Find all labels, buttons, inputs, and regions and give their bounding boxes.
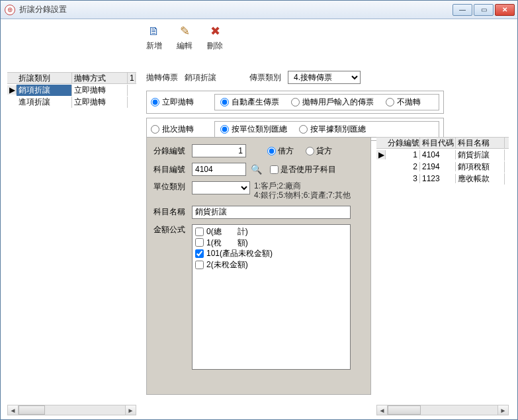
amount-formula-label: 金額公式 xyxy=(153,224,188,235)
radio-user-voucher[interactable]: 拋轉用戶輸入的傳票 xyxy=(291,97,374,108)
radio-batch-transfer[interactable]: 批次拋轉 xyxy=(151,124,194,135)
left-col-mode: 拋轉方式 xyxy=(72,73,128,84)
minimize-button[interactable]: — xyxy=(453,4,472,16)
radio-debit[interactable]: 借方 xyxy=(267,146,294,157)
config-row-1: 立即拋轉 自動產生傳票 拋轉用戶輸入的傳票 不拋轉 xyxy=(146,91,444,114)
new-label: 新增 xyxy=(146,40,162,52)
right-col-code: 科目代碼 xyxy=(420,138,456,149)
unit-type-hints: 1:客戶;2:廠商 4:銀行;5:物料;6:資產;7:其他 xyxy=(254,181,351,200)
left-hscrollbar[interactable]: ◄ ► xyxy=(7,405,136,415)
config-row2-subbox: 按單位類別匯總 按單據類別匯總 xyxy=(214,121,439,138)
table-row[interactable]: ▶14104銷貨折讓 xyxy=(376,149,509,161)
delete-x-icon: ✖ xyxy=(207,23,223,39)
app-icon: ⊕ xyxy=(5,5,15,15)
scroll-right-icon[interactable]: ► xyxy=(125,405,136,415)
maximize-button[interactable]: ▭ xyxy=(474,4,494,16)
amount-option[interactable]: 1(稅 額) xyxy=(195,237,347,249)
left-col-hint: 1 xyxy=(128,73,136,83)
toolbar: 🗎 新增 ✎ 編輯 ✖ 刪除 xyxy=(146,23,223,52)
app-window: ⊕ 折讓分錄設置 — ▭ ✕ 🗎 新增 ✎ 編輯 ✖ 刪除 xyxy=(0,0,518,420)
edit-label: 編輯 xyxy=(177,40,193,52)
table-row[interactable]: ▶銷項折讓立即拋轉 xyxy=(7,84,136,96)
subject-no-input[interactable] xyxy=(192,163,246,176)
right-col-entryno: 分錄編號 xyxy=(386,138,420,149)
radio-credit[interactable]: 貸方 xyxy=(306,146,332,157)
search-icon[interactable]: 🔍 xyxy=(250,163,262,175)
unit-type-label: 單位類別 xyxy=(153,181,188,192)
entry-no-label: 分錄編號 xyxy=(153,146,188,157)
table-row[interactable]: 進項折讓立即拋轉 xyxy=(7,96,136,108)
scroll-right-icon[interactable]: ► xyxy=(497,405,508,415)
subject-no-label: 科目編號 xyxy=(153,164,188,175)
file-new-icon: 🗎 xyxy=(146,23,162,39)
table-row[interactable]: 22194銷項稅額 xyxy=(376,161,509,173)
delete-button[interactable]: ✖ 刪除 xyxy=(207,23,223,52)
transfer-voucher-label: 拋轉傳票 xyxy=(146,72,178,83)
voucher-type-select[interactable]: 4.接轉傳票 xyxy=(288,71,361,84)
right-hscrollbar[interactable]: ◄ ► xyxy=(376,405,509,415)
voucher-type-label: 傳票類別 xyxy=(249,72,281,83)
radio-immediate-transfer[interactable]: 立即拋轉 xyxy=(151,97,194,108)
left-category-grid[interactable]: 折讓類別 拋轉方式 1 ▶銷項折讓立即拋轉進項折讓立即拋轉 xyxy=(7,72,136,416)
config-row1-subbox: 自動產生傳票 拋轉用戶輸入的傳票 不拋轉 xyxy=(214,94,439,110)
titlebar: ⊕ 折讓分錄設置 — ▭ ✕ xyxy=(1,1,517,19)
window-title: 折讓分錄設置 xyxy=(19,4,453,15)
new-button[interactable]: 🗎 新增 xyxy=(146,23,162,52)
config-panel: 拋轉傳票 銷項折讓 傳票類別 4.接轉傳票 立即拋轉 自動產生傳票 拋轉用戶輸入… xyxy=(146,71,444,145)
check-use-subaccount[interactable]: 是否使用子科目 xyxy=(270,164,336,175)
delete-label: 刪除 xyxy=(207,40,223,52)
amount-option[interactable]: 0(總 計) xyxy=(195,226,347,237)
subject-name-input[interactable] xyxy=(192,206,351,219)
close-button[interactable]: ✕ xyxy=(495,4,515,16)
right-col-name: 科目名稱 xyxy=(456,138,505,149)
left-grid-header: 折讓類別 拋轉方式 1 xyxy=(7,72,136,84)
amount-option[interactable]: 101(產品未稅金額) xyxy=(195,248,347,259)
amount-formula-list[interactable]: 0(總 計) 1(稅 額) 101(產品未稅金額) 2(未稅金額) xyxy=(192,224,351,370)
left-col-category: 折讓類別 xyxy=(17,73,72,84)
radio-no-transfer[interactable]: 不拋轉 xyxy=(386,97,421,108)
edit-button[interactable]: ✎ 編輯 xyxy=(177,23,193,52)
right-entry-grid[interactable]: 分錄編號 科目代碼 科目名稱 ▶14104銷貨折讓22194銷項稅額31123應… xyxy=(376,137,509,395)
client-area: 🗎 新增 ✎ 編輯 ✖ 刪除 折讓類別 拋轉方式 1 ▶銷項折讓立即拋轉進項折讓… xyxy=(1,19,517,419)
subject-name-label: 科目名稱 xyxy=(153,206,188,218)
pencil-icon: ✎ xyxy=(177,23,193,39)
scroll-left-icon[interactable]: ◄ xyxy=(8,405,19,415)
transfer-voucher-value: 銷項折讓 xyxy=(185,72,216,83)
table-row[interactable]: 31123應收帳款 xyxy=(376,173,509,185)
amount-option[interactable]: 2(未稅金額) xyxy=(195,259,347,271)
unit-type-select[interactable] xyxy=(192,181,250,194)
entry-form: 分錄編號 借方 貸方 科目編號 🔍 是否使用子科目 單位類別 xyxy=(146,137,371,395)
radio-sum-by-unit[interactable]: 按單位類別匯總 xyxy=(220,124,287,135)
scroll-left-icon[interactable]: ◄ xyxy=(377,405,388,415)
radio-auto-voucher[interactable]: 自動產生傳票 xyxy=(220,97,279,108)
entry-no-input[interactable] xyxy=(192,144,246,157)
radio-sum-by-doc[interactable]: 按單據類別匯總 xyxy=(299,124,366,135)
right-grid-header: 分錄編號 科目代碼 科目名稱 xyxy=(376,137,509,149)
